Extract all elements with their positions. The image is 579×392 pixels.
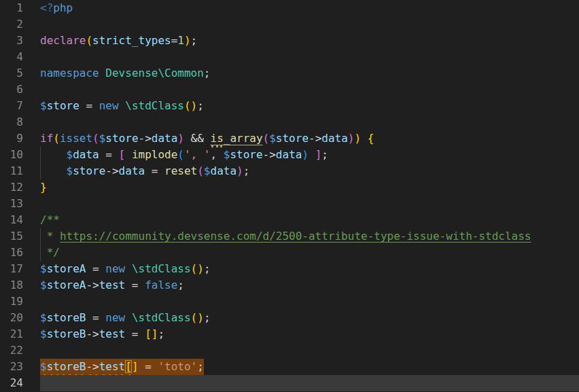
code-line[interactable]: 16 */ <box>0 245 579 261</box>
line-number[interactable]: 17 <box>0 261 23 277</box>
code-token: ) <box>302 148 309 161</box>
code-line[interactable]: 8 <box>0 114 579 130</box>
line-number[interactable]: 4 <box>0 49 23 65</box>
code-token: store <box>73 164 105 177</box>
line-number[interactable]: 6 <box>0 82 23 98</box>
code-line[interactable]: 2 <box>0 16 579 33</box>
line-number[interactable]: 16 <box>0 245 23 261</box>
code-line[interactable]: 23$storeB->test[] = 'toto'; <box>0 359 579 375</box>
code-token: strict_types <box>92 34 171 47</box>
code-token: $ <box>67 148 73 161</box>
code-token: store <box>47 99 80 112</box>
code-line[interactable]: 19 <box>0 293 579 310</box>
code-line[interactable]: 11 $store->data = reset($data); <box>0 163 579 179</box>
line-number[interactable]: 24 <box>0 375 23 391</box>
code-line[interactable]: 15 * https://community.devsense.com/d/25… <box>0 228 579 245</box>
line-number[interactable]: 22 <box>0 342 23 359</box>
code-line[interactable]: 6 <box>0 82 579 98</box>
code-line-text: * https://community.devsense.com/d/2500-… <box>40 228 579 245</box>
code-token: ; <box>158 327 164 340</box>
code-line[interactable]: 5namespace Devsense\Common; <box>0 65 579 82</box>
line-number[interactable]: 9 <box>0 130 23 147</box>
code-line-text: $store = new \stdClass(); <box>40 98 579 114</box>
line-number[interactable]: 19 <box>0 293 23 310</box>
line-number[interactable]: 14 <box>0 212 23 228</box>
code-editor[interactable]: 1<?php23declare(strict_types=1);45namesp… <box>0 0 579 392</box>
code-token: && <box>184 132 211 145</box>
code-token <box>40 148 67 161</box>
code-token: ) <box>236 164 243 177</box>
code-line[interactable]: 12} <box>0 179 579 196</box>
code-token: php <box>53 1 73 14</box>
code-token: ; <box>204 311 211 324</box>
code-token: storeB <box>47 311 86 324</box>
code-line[interactable]: 22 <box>0 342 579 359</box>
code-token: ) <box>191 99 198 112</box>
code-token: { <box>368 132 374 145</box>
code-line-text <box>40 49 579 65</box>
line-number[interactable]: 21 <box>0 326 23 342</box>
line-number[interactable]: 20 <box>0 310 23 326</box>
code-line-text: $storeA->test = false; <box>40 277 579 293</box>
code-line[interactable]: 4 <box>0 49 579 65</box>
code-token: [ <box>119 148 126 161</box>
line-number[interactable]: 3 <box>0 33 23 49</box>
code-token <box>125 148 132 161</box>
code-token: ; <box>204 262 211 275</box>
line-number[interactable]: 10 <box>0 147 23 163</box>
code-token: -> <box>105 164 118 177</box>
code-line[interactable]: 17$storeA = new \stdClass(); <box>0 261 579 277</box>
code-token: storeA <box>47 262 86 275</box>
code-token: ( <box>177 148 184 161</box>
line-number[interactable]: 15 <box>0 228 23 245</box>
code-line[interactable]: 24 <box>0 375 579 391</box>
code-token: ( <box>184 99 191 112</box>
code-line-text <box>40 16 579 33</box>
code-token: ( <box>92 132 99 145</box>
code-token: storeA <box>47 279 86 291</box>
line-number[interactable]: 8 <box>0 114 23 130</box>
code-line-text: $storeB->test[] = 'toto'; <box>40 359 579 375</box>
code-line-text: $storeA = new \stdClass(); <box>40 261 579 277</box>
line-number[interactable]: 12 <box>0 179 23 196</box>
line-number[interactable]: 2 <box>0 16 23 33</box>
code-line[interactable]: 20$storeB = new \stdClass(); <box>0 310 579 326</box>
code-line[interactable]: 13 <box>0 196 579 212</box>
code-line[interactable]: 14/** <box>0 212 579 228</box>
code-token: ] <box>152 327 158 340</box>
code-line[interactable]: 7$store = new \stdClass(); <box>0 98 579 114</box>
code-line[interactable]: 3declare(strict_types=1); <box>0 33 579 49</box>
line-number[interactable]: 1 <box>0 0 23 16</box>
code-line[interactable]: 18$storeA->test = false; <box>0 277 579 293</box>
code-line-text: <?php <box>40 0 579 16</box>
line-number[interactable]: 13 <box>0 196 23 212</box>
code-token: store <box>230 148 262 161</box>
code-token <box>125 311 132 324</box>
code-line[interactable]: 9if(isset($store->data) && is_array($sto… <box>0 130 579 147</box>
code-token: $ <box>224 148 230 161</box>
line-number[interactable]: 18 <box>0 277 23 293</box>
code-token: ( <box>86 34 92 47</box>
line-number[interactable]: 7 <box>0 98 23 114</box>
code-token: -> <box>139 132 152 145</box>
line-number[interactable]: 11 <box>0 163 23 179</box>
code-token: test <box>99 327 126 340</box>
line-number[interactable]: 23 <box>0 359 23 375</box>
code-line[interactable]: 1<?php <box>0 0 579 16</box>
code-token: \stdClass <box>132 262 191 275</box>
code-token: 1 <box>177 34 184 47</box>
code-token: storeB <box>47 360 86 373</box>
code-token: new <box>105 262 125 275</box>
code-token: declare <box>40 34 86 47</box>
code-line[interactable]: 10 $data = [ implode(', ', $store->data)… <box>0 147 579 163</box>
code-token: 'toto' <box>158 360 197 373</box>
code-token: store <box>276 132 309 145</box>
code-line-text: $data = [ implode(', ', $store->data) ]; <box>40 147 579 163</box>
code-token <box>361 132 368 145</box>
code-token: ) <box>197 311 204 324</box>
code-token: ) <box>197 262 204 275</box>
code-token: $ <box>40 327 47 340</box>
code-line[interactable]: 21$storeB->test = []; <box>0 326 579 342</box>
line-number[interactable]: 5 <box>0 65 23 82</box>
code-token: = <box>86 311 105 324</box>
